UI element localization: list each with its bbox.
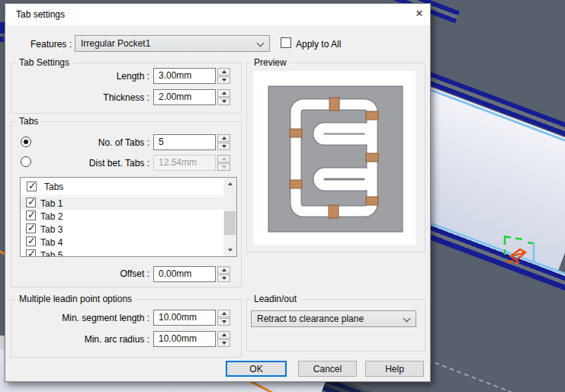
check-icon: ✓ bbox=[28, 180, 37, 191]
spinner-up-button[interactable] bbox=[217, 89, 230, 97]
spinner-up-button[interactable] bbox=[217, 134, 230, 142]
num-tabs-label: No. of Tabs : bbox=[43, 137, 149, 148]
length-label: Length : bbox=[43, 71, 149, 82]
dialog-title: Tab settings bbox=[16, 9, 65, 20]
list-item[interactable]: ✓ Tab 2 bbox=[21, 210, 223, 223]
triangle-down-icon bbox=[222, 320, 226, 323]
triangle-down-icon bbox=[222, 100, 226, 103]
group-tabs-title: Tabs bbox=[16, 116, 41, 127]
group-leadin-options bbox=[11, 299, 242, 358]
offset-input[interactable]: 0.00mm bbox=[153, 266, 216, 282]
close-icon[interactable]: ✕ bbox=[411, 8, 428, 21]
check-icon: ✓ bbox=[27, 209, 36, 220]
features-combobox-value: Irregular Pocket1 bbox=[81, 38, 150, 49]
list-item[interactable]: ✓ Tab 1 bbox=[21, 197, 223, 210]
min-arc-label: Min. arc radius : bbox=[28, 334, 149, 345]
spinner-up-button[interactable] bbox=[217, 310, 230, 317]
features-label: Features : bbox=[24, 39, 72, 50]
length-spinner bbox=[217, 68, 230, 85]
group-leadin-options-title: Multiple leadin point options bbox=[16, 294, 135, 304]
dist-tabs-radio[interactable] bbox=[21, 156, 31, 167]
spinner-up-button[interactable] bbox=[217, 68, 230, 76]
list-item[interactable]: ✓ Tab 4 bbox=[21, 236, 223, 249]
ok-button[interactable]: OK bbox=[226, 361, 287, 377]
spinner-up-button[interactable] bbox=[217, 266, 230, 274]
num-tabs-spinner bbox=[217, 134, 230, 151]
group-preview-title: Preview bbox=[251, 57, 290, 68]
cancel-button[interactable]: Cancel bbox=[298, 361, 357, 377]
triangle-down-icon bbox=[222, 145, 226, 148]
triangle-up-icon bbox=[222, 70, 226, 73]
tab-settings-dialog: Tab settings ✕ Features : Irregular Pock… bbox=[5, 3, 431, 382]
hidden-dashed-line bbox=[427, 359, 520, 392]
scroll-up-button[interactable] bbox=[223, 178, 236, 190]
scroll-down-button[interactable] bbox=[223, 244, 236, 256]
triangle-up-icon bbox=[222, 312, 226, 315]
edge-sliver-left-2 bbox=[0, 37, 4, 42]
thickness-label: Thickness : bbox=[43, 92, 149, 103]
chevron-down-icon bbox=[257, 40, 265, 47]
spinner-down-button bbox=[217, 163, 230, 171]
apply-to-all-checkbox[interactable] bbox=[281, 37, 291, 48]
group-leadin-out-title: Leadin/out bbox=[251, 294, 300, 304]
spinner-up-button bbox=[217, 155, 230, 162]
tabs-header-label: Tabs bbox=[44, 182, 63, 192]
check-icon: ✓ bbox=[27, 248, 36, 257]
dist-tabs-input: 12.54mm bbox=[153, 155, 216, 171]
tabs-header-checkbox[interactable]: ✓ bbox=[27, 182, 37, 191]
min-segment-spinner bbox=[217, 310, 230, 326]
triangle-up-icon bbox=[228, 182, 233, 185]
triangle-up-icon bbox=[222, 333, 226, 336]
radio-dot bbox=[24, 140, 28, 144]
toolpath-preview-graphic bbox=[253, 71, 416, 245]
scrollbar-thumb[interactable] bbox=[224, 211, 236, 235]
spinner-down-button[interactable] bbox=[217, 98, 230, 105]
row-checkbox[interactable]: ✓ bbox=[26, 210, 36, 220]
apply-to-all-label: Apply to All bbox=[296, 39, 341, 50]
length-input[interactable]: 3.00mm bbox=[153, 68, 216, 84]
row-checkbox[interactable]: ✓ bbox=[26, 198, 36, 207]
dist-tabs-label: Dist bet. Tabs : bbox=[43, 158, 149, 169]
offset-spinner bbox=[217, 266, 230, 283]
chevron-down-icon bbox=[403, 315, 411, 323]
triangle-up-icon bbox=[222, 268, 226, 272]
min-arc-input[interactable]: 10.00mm bbox=[153, 331, 216, 347]
spinner-down-button[interactable] bbox=[217, 275, 230, 282]
list-item[interactable]: ✓ Tab 5 bbox=[21, 249, 223, 257]
triangle-down-icon bbox=[222, 79, 226, 82]
preview-image bbox=[253, 71, 416, 245]
thickness-input[interactable]: 2.00mm bbox=[153, 89, 216, 105]
triangle-up-icon bbox=[222, 157, 226, 160]
features-combobox[interactable]: Irregular Pocket1 bbox=[75, 35, 270, 52]
num-tabs-input[interactable]: 5 bbox=[153, 134, 216, 150]
leadin-out-combobox-value: Retract to clearance plane bbox=[257, 313, 364, 324]
spinner-down-button[interactable] bbox=[217, 143, 230, 150]
min-segment-label: Min. segment length : bbox=[28, 313, 149, 323]
dialog-titlebar[interactable]: Tab settings ✕ bbox=[5, 4, 430, 25]
leadin-out-combobox[interactable]: Retract to clearance plane bbox=[251, 310, 416, 327]
min-arc-spinner bbox=[217, 331, 230, 348]
check-icon: ✓ bbox=[27, 222, 36, 233]
triangle-down-icon bbox=[222, 342, 226, 345]
row-label: Tab 5 bbox=[40, 250, 63, 257]
list-scrollbar[interactable] bbox=[223, 178, 236, 256]
triangle-down-icon bbox=[222, 165, 226, 169]
triangle-down-icon bbox=[228, 249, 233, 252]
triangle-up-icon bbox=[222, 137, 226, 140]
min-segment-input[interactable]: 10.00mm bbox=[153, 310, 216, 326]
tab-position-marker bbox=[497, 229, 551, 275]
num-tabs-radio[interactable] bbox=[21, 137, 31, 147]
row-checkbox[interactable]: ✓ bbox=[26, 236, 36, 246]
spinner-up-button[interactable] bbox=[217, 331, 230, 339]
row-checkbox[interactable]: ✓ bbox=[26, 249, 36, 257]
spinner-down-button[interactable] bbox=[217, 318, 230, 326]
spinner-down-button[interactable] bbox=[217, 339, 230, 347]
tabs-list-header[interactable]: ✓ Tabs bbox=[21, 178, 223, 196]
spinner-down-button[interactable] bbox=[217, 76, 230, 84]
check-icon: ✓ bbox=[27, 196, 36, 207]
help-button[interactable]: Help bbox=[365, 361, 424, 377]
row-label: Tab 1 bbox=[40, 198, 63, 209]
row-checkbox[interactable]: ✓ bbox=[26, 223, 36, 233]
list-item[interactable]: ✓ Tab 3 bbox=[21, 223, 223, 236]
group-tab-settings-title: Tab Settings bbox=[16, 57, 72, 68]
